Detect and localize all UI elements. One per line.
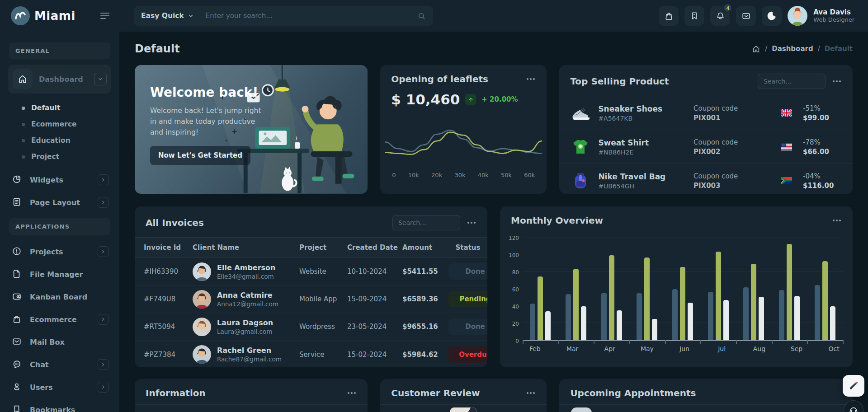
invoice-search-input[interactable] [392,215,460,230]
bar-series-green[interactable] [822,261,828,340]
messages-button[interactable] [736,6,756,26]
bar-series-blue[interactable] [637,293,642,340]
bar-series-white[interactable] [794,296,800,340]
bar-series-green[interactable] [609,255,614,340]
support-button[interactable] [844,400,863,412]
review-photo [450,407,477,412]
invoice-project: Website [299,267,347,276]
client-name: Elle Amberson [217,263,275,272]
bar-series-green[interactable] [716,252,721,340]
information-menu-button[interactable] [347,389,357,397]
sidebar-item-chat[interactable]: Chat [8,353,111,376]
monthly-menu-button[interactable] [832,217,842,224]
sidebar-item-projects[interactable]: Projects [8,240,111,263]
sidebar-subitem-ecommerce[interactable]: Ecommerce [22,116,111,132]
bar-series-blue[interactable] [566,294,571,340]
bookmark-button[interactable] [684,6,704,26]
product-row-nike-travel-bag[interactable]: Nike Travel Bag#UB654GHCoupon codePIX003… [559,164,853,194]
user-role: Web Designer [813,16,854,23]
sidebar-subitem-default[interactable]: Default [22,100,111,116]
bar-series-green[interactable] [644,258,650,340]
sidebar-item-users[interactable]: Users [8,376,111,398]
chevron-right-icon[interactable] [98,174,108,185]
sidebar-item-mail-box[interactable]: Mail Box [8,331,111,353]
bar-series-blue[interactable] [815,285,820,340]
bar-series-blue[interactable] [708,292,713,340]
bar-series-blue[interactable] [530,304,535,340]
table-row--pz7384[interactable]: #PZ7384Rachel GreenRache87@gmail.comServ… [135,341,487,367]
bar-series-white[interactable] [830,306,835,340]
bar-series-green[interactable] [787,244,792,340]
mail-icon [12,337,23,347]
theme-customizer-button[interactable] [843,375,864,397]
status-badge-done[interactable]: Done [448,263,487,280]
brand[interactable]: Miami [11,6,75,25]
table-row--f749u8[interactable]: #F749U8Anna CatmireAnna12@gmail.comMobil… [135,286,487,313]
notifications-button[interactable]: 4 [710,6,730,26]
sidebar-subitem-education[interactable]: Education [22,132,111,149]
bar-series-white[interactable] [688,303,693,340]
monthly-overview-card: Monthly Overview 020406080100120 FebMarA… [500,206,853,367]
sidebar-item-dashboard[interactable]: Dashboard [8,65,111,94]
bar-series-green[interactable] [538,276,543,340]
product-row-sweat-shirt[interactable]: Sweat Shirt#NB86H2ECoupon codePIX002-78%… [559,130,853,164]
bar-series-green[interactable] [751,264,756,341]
sidebar-item-kanban-board[interactable]: Kanban Board [8,286,111,308]
breadcrumb-item-default[interactable]: Default [825,45,853,53]
sidebar-subitem-project[interactable]: Project [22,149,111,165]
status-badge-overdue[interactable]: Overdue [448,346,487,363]
bar-series-blue[interactable] [779,290,784,340]
month-label-sep: Sep [778,345,816,352]
search-icon[interactable] [417,12,426,20]
sidebar-item-bookmarks[interactable]: Bookmarks [8,398,111,412]
product-row-sneaker-shoes[interactable]: Sneaker Shoes#A5647KBCoupon codePIX001-5… [559,96,853,130]
breadcrumb-item-dashboard[interactable]: Dashboard [772,45,813,53]
chevron-right-icon[interactable] [98,246,108,257]
coupon-label: Coupon code [693,172,770,180]
quick-menu-button[interactable]: Easy Quick [141,12,194,20]
home-icon[interactable] [752,45,760,53]
invoice-amount: $9655.16 [402,323,448,331]
chevron-down-icon [187,12,194,19]
bar-series-white[interactable] [581,306,586,340]
status-badge-pending[interactable]: Pending [448,291,487,307]
invoices-menu-button[interactable] [467,219,476,226]
leaflets-menu-button[interactable] [526,75,536,83]
product-search-input[interactable] [758,74,826,89]
sidebar-item-widgets[interactable]: Widgets [8,169,111,191]
sidebar-toggle-button[interactable] [100,13,109,19]
table-row--ih63390[interactable]: #IH63390Elle AmbersonElle34@gmail.comWeb… [135,258,487,286]
bar-series-green[interactable] [573,269,579,340]
chevron-right-icon[interactable] [98,359,108,370]
bar-group-jun [665,238,701,340]
bar-series-white[interactable] [652,319,657,340]
bar-series-white[interactable] [723,300,729,340]
cart-button[interactable] [659,6,679,26]
sidebar-item-file-manager[interactable]: File Manager [8,263,111,286]
table-row--rt5094[interactable]: #RT5094Laura DagsonLaura@gmail.comWordpr… [135,313,487,341]
bar-series-green[interactable] [680,267,685,340]
bar-series-blue[interactable] [743,287,749,340]
dark-mode-toggle[interactable] [762,6,782,26]
client-name: Rachel Green [217,346,282,355]
bar-series-blue[interactable] [601,293,607,340]
bar-series-blue[interactable] [672,289,678,340]
user-menu[interactable]: Ava Davis Web Designer [813,8,854,24]
chevron-right-icon[interactable] [98,382,108,393]
get-started-button[interactable]: Now Let's Get Started [150,146,250,165]
chevron-right-icon[interactable] [98,197,108,208]
leaflets-title: Opening of leaflets [391,74,488,84]
bar-series-white[interactable] [759,297,764,340]
bar-series-white[interactable] [545,311,551,340]
coupon-label: Coupon code [693,138,770,146]
customer-review-menu-button[interactable] [526,389,536,397]
top-selling-menu-button[interactable] [832,78,842,85]
status-badge-done[interactable]: Done [448,318,487,335]
chevron-right-icon[interactable] [98,314,108,325]
sidebar-item-ecommerce[interactable]: Ecommerce [8,308,111,331]
sidebar-item-page-layout[interactable]: Page Layout [8,191,111,214]
search-input[interactable] [206,12,412,20]
chevron-down-icon[interactable] [94,73,107,85]
user-avatar[interactable] [788,6,807,26]
bar-series-white[interactable] [617,310,622,340]
